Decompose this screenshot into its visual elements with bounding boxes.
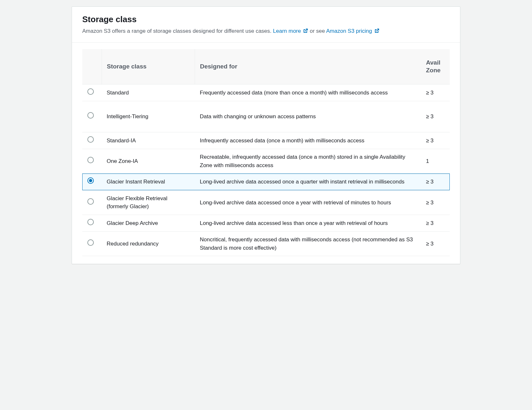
storage-class-desc: Infrequently accessed data (once a month… (195, 132, 421, 149)
radio-button[interactable] (87, 177, 94, 184)
column-header-select (82, 49, 102, 85)
table-row[interactable]: Glacier Flexible Retrieval (formerly Gla… (82, 190, 450, 215)
table-row[interactable]: Standard-IAInfrequently accessed data (o… (82, 132, 450, 149)
table-row[interactable]: One Zone-IARecreatable, infrequently acc… (82, 149, 450, 174)
storage-class-desc: Data with changing or unknown access pat… (195, 101, 421, 132)
storage-class-name: Glacier Instant Retrieval (102, 174, 195, 191)
storage-class-panel: Storage class Amazon S3 offers a range o… (72, 6, 460, 264)
radio-cell (82, 215, 102, 232)
radio-button[interactable] (87, 198, 94, 205)
zone-header-line1: Avail (426, 59, 440, 66)
storage-class-name: Glacier Deep Archive (102, 215, 195, 232)
storage-class-desc: Long-lived archive data accessed once a … (195, 190, 421, 215)
table-row[interactable]: Reduced redundancyNoncritical, frequentl… (82, 232, 450, 256)
radio-cell (82, 232, 102, 256)
storage-class-name: Reduced redundancy (102, 232, 195, 256)
external-link-icon (303, 28, 308, 36)
radio-cell (82, 149, 102, 174)
storage-class-desc: Long-lived archive data accessed once a … (195, 174, 421, 191)
learn-more-label: Learn more (273, 28, 301, 34)
storage-class-name: One Zone-IA (102, 149, 195, 174)
table-row[interactable]: Intelligent-TieringData with changing or… (82, 101, 450, 132)
storage-class-table: Storage class Designed for Avail Zone St… (82, 49, 450, 256)
desc-text-before: Amazon S3 offers a range of storage clas… (82, 28, 273, 34)
storage-class-desc: Frequently accessed data (more than once… (195, 84, 421, 101)
radio-cell (82, 101, 102, 132)
storage-class-name: Standard (102, 84, 195, 101)
column-header-name: Storage class (102, 49, 195, 85)
radio-button[interactable] (87, 157, 94, 163)
pricing-link[interactable]: Amazon S3 pricing (326, 28, 379, 34)
radio-cell (82, 174, 102, 191)
panel-header: Storage class Amazon S3 offers a range o… (72, 7, 460, 43)
storage-class-name: Standard-IA (102, 132, 195, 149)
availability-zones: ≥ 3 (421, 215, 450, 232)
availability-zones: ≥ 3 (421, 174, 450, 191)
radio-button[interactable] (87, 88, 94, 95)
panel-description: Amazon S3 offers a range of storage clas… (82, 27, 450, 36)
desc-text-middle: or see (310, 28, 326, 34)
availability-zones: ≥ 3 (421, 84, 450, 101)
table-header-row: Storage class Designed for Avail Zone (82, 49, 450, 85)
table-row[interactable]: StandardFrequently accessed data (more t… (82, 84, 450, 101)
availability-zones: ≥ 3 (421, 101, 450, 132)
radio-cell (82, 84, 102, 101)
table-container: Storage class Designed for Avail Zone St… (72, 43, 460, 264)
column-header-desc: Designed for (195, 49, 421, 85)
radio-button[interactable] (87, 219, 94, 225)
availability-zones: ≥ 3 (421, 190, 450, 215)
radio-button[interactable] (87, 112, 94, 119)
zone-header-line2: Zone (426, 67, 440, 74)
column-header-zone: Avail Zone (421, 49, 450, 85)
table-row[interactable]: Glacier Deep ArchiveLong-lived archive d… (82, 215, 450, 232)
radio-cell (82, 190, 102, 215)
external-link-icon (374, 28, 379, 36)
learn-more-link[interactable]: Learn more (273, 28, 308, 34)
storage-class-desc: Recreatable, infrequently accessed data … (195, 149, 421, 174)
pricing-label: Amazon S3 pricing (326, 28, 372, 34)
table-row[interactable]: Glacier Instant RetrievalLong-lived arch… (82, 174, 450, 191)
storage-class-name: Glacier Flexible Retrieval (formerly Gla… (102, 190, 195, 215)
panel-title: Storage class (82, 14, 450, 24)
storage-class-desc: Noncritical, frequently accessed data wi… (195, 232, 421, 256)
availability-zones: ≥ 3 (421, 132, 450, 149)
availability-zones: 1 (421, 149, 450, 174)
radio-cell (82, 132, 102, 149)
storage-class-name: Intelligent-Tiering (102, 101, 195, 132)
storage-class-desc: Long-lived archive data accessed less th… (195, 215, 421, 232)
availability-zones: ≥ 3 (421, 232, 450, 256)
radio-button[interactable] (87, 136, 94, 143)
radio-button[interactable] (87, 239, 94, 246)
